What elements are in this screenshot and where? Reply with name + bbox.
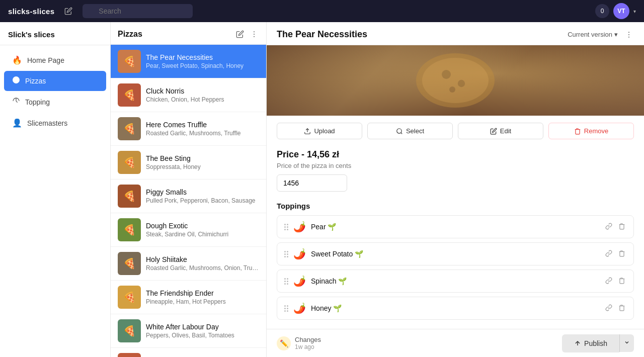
remove-image-btn[interactable]: Remove	[548, 123, 634, 139]
list-item[interactable]: 🍕 The Pear Necessities Pear, Sweet Potat…	[111, 45, 266, 78]
publish-up-icon	[574, 340, 581, 347]
pizza-thumb: 🍕	[118, 252, 141, 275]
edit-list-icon	[236, 30, 244, 38]
pizza-name: The Bee Sting	[146, 154, 259, 162]
topping-icon: 🌶️	[293, 221, 306, 233]
pencil-icon	[490, 128, 497, 135]
pizza-thumb: 🍕	[118, 117, 141, 140]
sidebar-title: Slick's slices	[0, 22, 110, 45]
sidebar: Slick's slices 🔥 Home Page Pizzas Toppin…	[0, 22, 111, 357]
edit-image-btn[interactable]: Edit	[458, 123, 543, 139]
select-btn[interactable]: Select	[367, 123, 453, 139]
price-section: Price - 14,56 zł Price of the pizza in c…	[277, 149, 634, 192]
pizza-desc: Pulled Pork, Pepperoni, Bacon, Sausage	[146, 197, 259, 204]
topping-link-btn[interactable]	[604, 249, 613, 259]
pizza-hero-image	[267, 45, 644, 116]
pizza-info: Holy Shiitake Roasted Garlic, Mushrooms,…	[146, 255, 259, 272]
topnav-right: 0 VT ▾	[595, 3, 636, 19]
publish-dropdown-btn[interactable]	[619, 334, 634, 352]
topping-link-btn[interactable]	[604, 303, 613, 314]
list-item[interactable]: 🍕 Dough Exotic Steak, Sardine Oil, Chimi…	[111, 213, 266, 247]
version-btn[interactable]: Current version ▾	[568, 31, 618, 38]
list-item[interactable]: 🍕 The Friendship Ender Pineapple, Ham, H…	[111, 281, 266, 314]
pizza-name: The Friendship Ender	[146, 289, 259, 297]
upload-icon	[304, 128, 311, 135]
svg-point-7	[628, 32, 629, 33]
version-chevron-icon: ▾	[614, 31, 618, 38]
topping-delete-btn[interactable]	[617, 276, 626, 287]
list-item[interactable]: 🍕 Pepperphony Vegan Pepperoni, Vegan Che…	[111, 348, 266, 357]
svg-point-5	[254, 34, 255, 35]
link-icon	[605, 277, 612, 284]
link-icon	[605, 250, 612, 257]
app-logo: slicks-slices	[8, 7, 54, 16]
svg-point-4	[254, 31, 255, 32]
sidebar-item-home[interactable]: 🔥 Home Page	[4, 50, 106, 70]
topnav: slicks-slices 0 VT ▾	[0, 0, 644, 22]
pizza-info: Here Comes Truffle Roasted Garlic, Mushr…	[146, 121, 259, 137]
pizza-thumb: 🍕	[118, 218, 141, 241]
list-item[interactable]: 🍕 The Bee Sting Soppressata, Honey	[111, 146, 266, 180]
trash-icon	[618, 250, 625, 257]
topping-name: Spinach 🌱	[311, 277, 599, 285]
list-item[interactable]: 🍕 Piggy Smalls Pulled Pork, Pepperoni, B…	[111, 180, 266, 213]
version-label: Current version	[568, 31, 612, 38]
image-actions: Upload Select Edit Remove	[277, 123, 634, 139]
upload-btn[interactable]: Upload	[277, 123, 362, 139]
list-item[interactable]: 🍕 Holy Shiitake Roasted Garlic, Mushroom…	[111, 247, 266, 281]
pizza-list-title: Pizzas	[118, 30, 142, 39]
pizza-name: Piggy Smalls	[146, 188, 259, 196]
avatar[interactable]: VT	[613, 3, 629, 19]
drag-handle[interactable]	[284, 305, 288, 312]
svg-line-17	[401, 132, 403, 134]
pizza-thumb: 🍕	[118, 83, 141, 107]
avatar-chevron-icon[interactable]: ▾	[633, 9, 636, 14]
sidebar-item-pizzas[interactable]: Pizzas	[4, 71, 106, 91]
search-input[interactable]	[83, 4, 193, 18]
sidebar-item-slicemasters[interactable]: 👤 Slicemasters	[4, 113, 106, 133]
svg-point-14	[449, 86, 455, 93]
list-item[interactable]: 🍕 Cluck Norris Chicken, Onion, Hot Peppe…	[111, 78, 266, 112]
topping-actions	[604, 249, 626, 259]
pizza-image	[267, 45, 644, 116]
pizza-list-more-btn[interactable]	[249, 29, 259, 39]
list-item[interactable]: 🍕 Here Comes Truffle Roasted Garlic, Mus…	[111, 112, 266, 146]
pizza-thumb: 🍕	[118, 286, 141, 309]
publish-label: Publish	[584, 339, 607, 347]
topping-icon: 🌶️	[293, 275, 306, 287]
pizza-thumb: 🍕	[118, 185, 141, 208]
topping-name: Sweet Potato 🌱	[311, 250, 599, 258]
drag-handle[interactable]	[284, 278, 288, 285]
trash-icon	[618, 223, 625, 230]
drag-handle[interactable]	[284, 251, 288, 257]
main-layout: Slick's slices 🔥 Home Page Pizzas Toppin…	[0, 22, 644, 357]
sidebar-item-topping[interactable]: Topping	[4, 92, 106, 112]
list-item[interactable]: 🍕 White After Labour Day Peppers, Olives…	[111, 314, 266, 348]
add-pizza-btn[interactable]	[235, 29, 245, 39]
detail-more-btn[interactable]	[624, 30, 634, 40]
changes-info: Changes 1w ago	[295, 336, 321, 350]
link-icon	[605, 304, 612, 311]
edit-icon-btn[interactable]	[62, 5, 74, 17]
pizza-desc: Pineapple, Ham, Hot Peppers	[146, 298, 259, 305]
topping-link-btn[interactable]	[604, 222, 613, 232]
detail-header-right: Current version ▾	[568, 30, 634, 40]
link-icon	[605, 223, 612, 230]
sidebar-nav: 🔥 Home Page Pizzas Topping 👤 Slicemaster…	[0, 45, 110, 138]
toppings-title: Toppings	[277, 202, 634, 210]
topping-link-btn[interactable]	[604, 276, 613, 287]
price-input[interactable]	[277, 174, 347, 192]
pizza-list-header: Pizzas	[111, 22, 266, 45]
pizza-list-scroll[interactable]: 🍕 The Pear Necessities Pear, Sweet Potat…	[111, 45, 266, 357]
pizzas-icon	[12, 76, 20, 86]
pizza-thumb: 🍕	[118, 353, 141, 357]
topping-delete-btn[interactable]	[617, 249, 626, 259]
topping-delete-btn[interactable]	[617, 303, 626, 314]
drag-handle[interactable]	[284, 224, 288, 230]
publish-btn[interactable]: Publish	[562, 334, 619, 352]
topping-actions	[604, 222, 626, 232]
notification-badge[interactable]: 0	[595, 4, 609, 18]
topping-delete-btn[interactable]	[617, 222, 626, 232]
changes-time: 1w ago	[295, 343, 321, 350]
pizza-info: Piggy Smalls Pulled Pork, Pepperoni, Bac…	[146, 188, 259, 204]
